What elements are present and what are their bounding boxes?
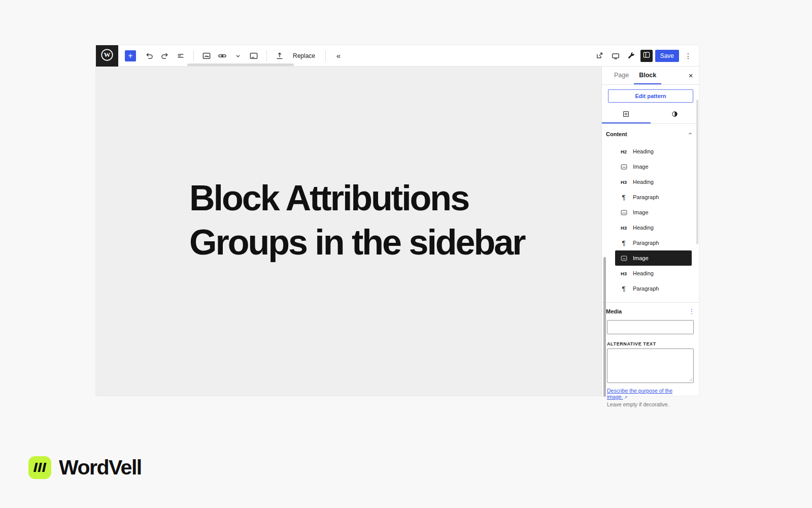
settings-sidebar-toggle-button[interactable]: [640, 50, 653, 62]
editor-toolbar: W +: [96, 45, 699, 67]
toolbar-separator: [193, 50, 194, 61]
post-heading-line-1: Block Attributions: [189, 176, 524, 220]
inserter-button[interactable]: +: [125, 50, 136, 61]
content-row-label: Paragraph: [633, 194, 659, 200]
upload-icon: [275, 51, 285, 61]
paragraph-icon: ¶: [619, 239, 628, 247]
external-arrow-icon: ↗: [624, 395, 628, 400]
content-row-label: Paragraph: [633, 240, 659, 246]
tab-page[interactable]: Page: [609, 67, 634, 84]
sidebar-scrollbar[interactable]: [696, 100, 698, 244]
editor-actions-group: Save ⋮: [593, 49, 699, 62]
content-row-paragraph[interactable]: ¶Paragraph: [615, 235, 692, 250]
alt-text-label: ALTERNATIVE TEXT: [607, 341, 694, 346]
sidebar-subtabs: [602, 107, 699, 124]
media-options-button[interactable]: ⋮: [689, 308, 695, 315]
toolbar-separator: [325, 50, 326, 61]
options-menu-button[interactable]: ⋮: [682, 49, 695, 62]
content-row-image[interactable]: Image: [615, 205, 692, 220]
link-options-button[interactable]: [231, 49, 245, 62]
edit-pattern-button[interactable]: Edit pattern: [608, 89, 693, 103]
content-row-image[interactable]: Image: [615, 159, 692, 174]
content-row-paragraph[interactable]: ¶Paragraph: [615, 281, 692, 296]
kebab-menu-icon: ⋮: [685, 52, 692, 60]
tab-styles[interactable]: [651, 107, 699, 123]
redo-button[interactable]: [158, 49, 172, 62]
heading-2-icon: H2: [619, 149, 628, 154]
replace-button[interactable]: Replace: [289, 49, 319, 62]
view-site-button[interactable]: [593, 49, 606, 62]
content-section-title: Content: [606, 131, 627, 137]
content-row-label: Paragraph: [633, 285, 659, 292]
image-block-icon: [619, 163, 628, 171]
post-heading-line-2: Groups in the sidebar: [189, 220, 524, 265]
branding: WordVell: [28, 456, 142, 479]
content-section-header: Content: [602, 124, 699, 143]
content-row-label: Image: [633, 164, 649, 170]
desktop-icon: [611, 51, 621, 61]
svg-text:W: W: [104, 51, 110, 58]
undo-button[interactable]: [143, 49, 156, 62]
vertical-scrollbar[interactable]: [603, 257, 606, 397]
preview-device-button[interactable]: [609, 49, 622, 62]
alt-text-input[interactable]: [607, 348, 694, 383]
content-row-label: Image: [633, 255, 649, 261]
content-row-label: Image: [633, 209, 649, 215]
editor-window: W +: [95, 45, 699, 396]
caption-button[interactable]: [247, 49, 260, 62]
content-row-label: Heading: [633, 225, 654, 231]
document-overview-button[interactable]: [174, 49, 187, 62]
wordpress-icon: W: [99, 47, 115, 65]
tab-settings[interactable]: [602, 107, 651, 123]
content-row-label: Heading: [633, 270, 654, 276]
settings-sidebar: Page Block ✕ Edit pattern: [601, 67, 699, 396]
editor-canvas[interactable]: Block Attributions Groups in the sidebar: [96, 67, 601, 396]
contrast-styles-icon: [670, 110, 679, 119]
alt-text-area-wrap: [607, 348, 694, 384]
save-button[interactable]: Save: [655, 50, 679, 62]
collapse-content-button[interactable]: [686, 130, 695, 139]
chevron-down-icon: [233, 51, 243, 60]
caption-icon: [249, 51, 259, 61]
media-section-title: Media: [606, 308, 622, 314]
content-row-heading[interactable]: H2Heading: [615, 144, 692, 159]
kebab-menu-icon: ⋮: [689, 308, 695, 315]
horizontal-scrollbar[interactable]: [187, 64, 294, 66]
link-button[interactable]: [216, 49, 229, 62]
wordpress-logo-button[interactable]: W: [96, 45, 118, 67]
sidebar-panel-icon: [642, 50, 651, 61]
list-view-icon: [176, 51, 186, 61]
content-row-heading[interactable]: H3Heading: [615, 220, 692, 235]
image-block-icon: [619, 209, 628, 216]
link-icon: [217, 51, 227, 61]
upload-button[interactable]: [273, 49, 286, 62]
tools-button[interactable]: [625, 49, 638, 62]
brand-name: WordVell: [59, 456, 142, 479]
settings-list-icon: [622, 110, 630, 119]
paragraph-icon: ¶: [619, 285, 628, 293]
heading-3-icon: H3: [619, 179, 628, 185]
sidebar-tabs: Page Block ✕: [602, 67, 699, 85]
close-sidebar-button[interactable]: ✕: [686, 71, 696, 81]
external-link-icon: [595, 51, 604, 60]
double-chevron-left-icon: «: [336, 51, 341, 60]
media-input[interactable]: [607, 320, 694, 334]
content-row-image[interactable]: Image: [615, 250, 692, 266]
alt-help-link[interactable]: Describe the purpose of the image.: [607, 388, 672, 400]
content-block-list: H2HeadingImageH3Heading¶ParagraphImageH3…: [602, 143, 699, 296]
content-row-label: Heading: [633, 148, 654, 154]
heading-3-icon: H3: [619, 271, 628, 276]
content-row-paragraph[interactable]: ¶Paragraph: [615, 189, 692, 205]
image-block-icon: [619, 255, 628, 262]
content-row-heading[interactable]: H3Heading: [615, 266, 692, 281]
plus-icon: +: [128, 52, 132, 60]
content-row-label: Heading: [633, 179, 654, 185]
content-row-heading[interactable]: H3Heading: [615, 174, 692, 189]
alt-hint-text: Leave empty if decorative.: [607, 401, 694, 407]
tab-block[interactable]: Block: [634, 67, 661, 84]
collapse-toolbar-button[interactable]: «: [332, 49, 345, 62]
paragraph-icon: ¶: [619, 194, 628, 201]
image-block-type-button[interactable]: [200, 49, 213, 62]
undo-icon: [144, 51, 154, 61]
alt-help-row: Describe the purpose of the image.↗: [607, 388, 694, 400]
